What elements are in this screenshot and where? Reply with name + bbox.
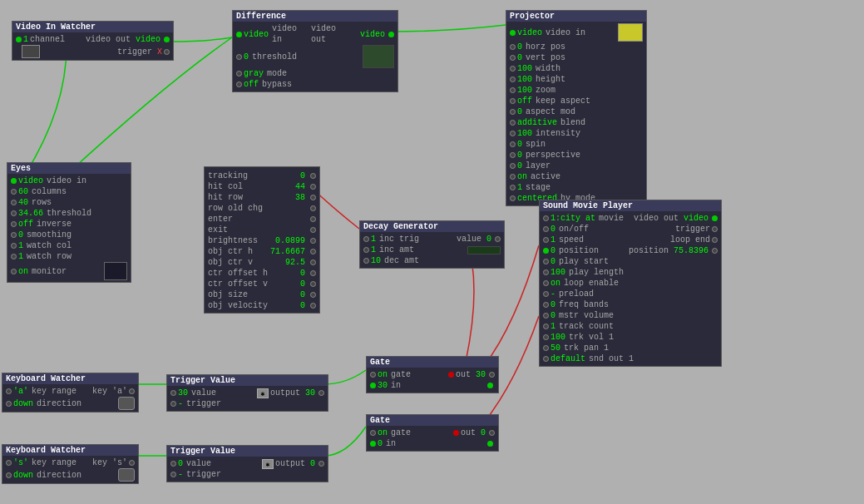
port[interactable] xyxy=(11,232,17,238)
port-out[interactable] xyxy=(489,430,495,436)
port[interactable] xyxy=(6,388,12,394)
port-out[interactable] xyxy=(489,372,495,378)
port[interactable] xyxy=(510,131,516,136)
port[interactable] xyxy=(543,280,549,286)
port-out[interactable] xyxy=(310,270,316,276)
port-out[interactable] xyxy=(318,390,324,396)
port-out[interactable] xyxy=(164,49,170,55)
port-out[interactable] xyxy=(310,195,316,200)
port[interactable] xyxy=(543,324,549,329)
port-out[interactable] xyxy=(310,216,316,222)
node-row: - trigger xyxy=(170,398,324,409)
port-out[interactable] xyxy=(129,388,135,394)
node-row: on monitor xyxy=(11,262,127,280)
port[interactable] xyxy=(543,237,549,243)
port-out[interactable] xyxy=(495,236,501,242)
node-row: 0 layer xyxy=(510,161,643,171)
port[interactable] xyxy=(370,383,376,388)
port[interactable] xyxy=(236,32,242,37)
port[interactable] xyxy=(510,87,516,93)
node-row: 50 trk pan 1 xyxy=(543,343,718,353)
port[interactable] xyxy=(510,55,516,61)
node-row: obj velocity 0 xyxy=(208,300,316,311)
sound-movie-player-title: Sound Movie Player xyxy=(540,200,721,211)
port[interactable] xyxy=(363,258,369,264)
port[interactable] xyxy=(370,372,376,378)
port-out[interactable] xyxy=(712,248,718,254)
port[interactable] xyxy=(510,120,516,126)
port-out[interactable] xyxy=(310,259,316,265)
port[interactable] xyxy=(543,226,549,232)
port-out[interactable] xyxy=(129,460,135,466)
port[interactable] xyxy=(6,460,12,466)
port-out[interactable] xyxy=(712,237,718,243)
port[interactable] xyxy=(363,236,369,242)
gate2-node: Gate on gate out 0 0 in xyxy=(366,414,499,452)
difference-title: Difference xyxy=(233,11,397,22)
port-out[interactable] xyxy=(310,227,316,233)
port[interactable] xyxy=(510,109,516,115)
port[interactable] xyxy=(510,141,516,147)
port[interactable] xyxy=(11,243,17,249)
port-out[interactable] xyxy=(310,184,316,190)
port[interactable] xyxy=(170,401,176,407)
port[interactable] xyxy=(543,259,549,264)
port[interactable] xyxy=(236,71,242,77)
node-row: video video in xyxy=(11,175,127,186)
node-row: 0 perspective xyxy=(510,150,643,161)
port[interactable] xyxy=(11,254,17,259)
port[interactable] xyxy=(11,221,17,227)
port[interactable] xyxy=(6,472,12,478)
port[interactable] xyxy=(510,30,516,36)
port[interactable] xyxy=(370,441,376,447)
port-out[interactable] xyxy=(310,249,316,254)
port[interactable] xyxy=(510,163,516,169)
node-row: default snd out 1 xyxy=(543,353,718,364)
port[interactable] xyxy=(236,54,242,60)
port[interactable] xyxy=(543,291,549,297)
port[interactable] xyxy=(510,77,516,82)
port[interactable] xyxy=(543,248,549,254)
port[interactable] xyxy=(510,174,516,180)
port-out[interactable] xyxy=(712,226,718,232)
port-out[interactable] xyxy=(310,238,316,244)
port[interactable] xyxy=(363,247,369,253)
port[interactable] xyxy=(170,472,176,477)
port[interactable] xyxy=(543,302,549,308)
port[interactable] xyxy=(543,345,549,351)
port-out[interactable] xyxy=(310,281,316,287)
node-row: obj ctr v 92.5 xyxy=(208,257,316,268)
port[interactable] xyxy=(510,66,516,72)
port[interactable] xyxy=(510,44,516,50)
port[interactable] xyxy=(370,430,376,436)
port-out[interactable] xyxy=(310,173,316,179)
port[interactable] xyxy=(6,401,12,407)
port[interactable] xyxy=(11,200,17,205)
port[interactable] xyxy=(510,98,516,104)
projector-icon xyxy=(618,23,643,42)
port[interactable] xyxy=(11,269,17,274)
port[interactable] xyxy=(510,195,516,201)
port[interactable] xyxy=(543,269,549,275)
port[interactable] xyxy=(236,82,242,87)
port[interactable] xyxy=(510,152,516,158)
port[interactable] xyxy=(543,334,549,340)
port-out[interactable] xyxy=(164,37,170,42)
port-out[interactable] xyxy=(310,292,316,298)
port-out[interactable] xyxy=(712,215,718,221)
port[interactable] xyxy=(11,178,17,184)
port[interactable] xyxy=(543,215,549,221)
port[interactable] xyxy=(543,356,549,362)
port[interactable] xyxy=(170,461,176,467)
port[interactable] xyxy=(16,37,22,42)
port[interactable] xyxy=(510,185,516,190)
port-out[interactable] xyxy=(310,205,316,211)
node-row: 0 spin xyxy=(510,139,643,150)
port-out[interactable] xyxy=(318,461,324,467)
port[interactable] xyxy=(11,210,17,216)
port[interactable] xyxy=(170,390,176,396)
port[interactable] xyxy=(11,189,17,195)
port[interactable] xyxy=(543,313,549,319)
port-out[interactable] xyxy=(388,32,394,37)
port-out[interactable] xyxy=(310,303,316,309)
